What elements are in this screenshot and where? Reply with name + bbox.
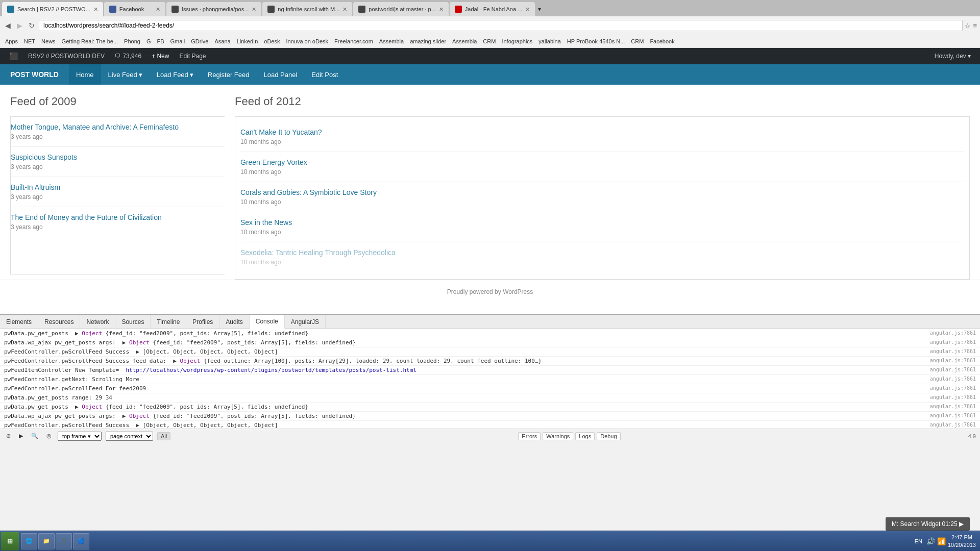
log-text: pwData.pw_get_posts ▶ Object {feed_id: "…: [4, 404, 308, 410]
tab-ng[interactable]: ng-infinite-scroll with M... ✕: [262, 2, 352, 16]
filter-logs[interactable]: Logs: [575, 432, 595, 440]
devtools-run-icon[interactable]: ▶: [17, 432, 25, 440]
address-input[interactable]: [39, 20, 963, 31]
devtools-clear-icon[interactable]: ⊘: [4, 432, 13, 440]
devtools-breakpoint-icon[interactable]: ◎: [44, 432, 54, 440]
feed-item-link[interactable]: Green Energy Vortex: [240, 158, 307, 166]
tab-close-icon[interactable]: ✕: [439, 6, 444, 13]
bookmark-phong[interactable]: Phong: [122, 38, 142, 45]
feed-item-meta: 10 months ago: [240, 168, 964, 176]
bookmark-gettingreal[interactable]: Getting Real: The be...: [60, 38, 120, 45]
bookmark-odesk[interactable]: oDesk: [262, 38, 282, 45]
address-bar-row: ◀ ▶ ↻ ☆ ≡: [0, 16, 980, 35]
more-tabs-icon[interactable]: ▾: [538, 6, 541, 13]
filter-errors[interactable]: Errors: [518, 432, 541, 440]
bookmark-crm2[interactable]: CRM: [629, 38, 646, 45]
bookmark-icon[interactable]: ☆: [965, 22, 971, 30]
feed-item: Green Energy Vortex 10 months ago: [240, 152, 964, 182]
context-selector[interactable]: top frame ▾: [58, 432, 102, 441]
bookmark-crm1[interactable]: CRM: [481, 38, 498, 45]
wp-admin-howdy[interactable]: Howdy, dev ▾: [929, 48, 976, 64]
feed-item-meta: 10 months ago: [240, 198, 964, 206]
tab-label: postworld/js at master · p...: [369, 6, 435, 12]
filter-buttons: Errors Warnings Logs Debug: [518, 432, 620, 440]
feed-item-link[interactable]: Corals and Gobies: A Symbiotic Love Stor…: [240, 188, 377, 196]
bookmark-yallabina[interactable]: yallabina: [536, 38, 562, 45]
feed-item-link[interactable]: Suspicious Sunspots: [11, 153, 77, 161]
bookmark-apps[interactable]: Apps: [3, 38, 20, 45]
devtools-tab-network[interactable]: Network: [80, 315, 115, 329]
bookmark-news[interactable]: News: [39, 38, 58, 45]
devtools-tab-angularjs[interactable]: AngularJS: [285, 315, 326, 329]
devtools-tab-console[interactable]: Console: [250, 315, 285, 329]
nav-live-feed[interactable]: Live Feed ▾: [101, 64, 150, 85]
feed-item-link[interactable]: The End of Money and the Future of Civil…: [11, 213, 162, 221]
reload-button[interactable]: ↻: [27, 20, 37, 31]
log-text: pwFeedController.pwScrollFeed For feed20…: [4, 385, 146, 392]
page-context-selector[interactable]: page context: [106, 432, 153, 441]
devtools-tab-profiles[interactable]: Profiles: [186, 315, 219, 329]
tab-issues[interactable]: Issues · phongmedia/pos... ✕: [166, 2, 261, 16]
tab-facebook[interactable]: Facebook ✕: [104, 2, 165, 16]
feed-item-link[interactable]: Built-In Altruism: [11, 183, 60, 191]
devtools-tab-resources[interactable]: Resources: [38, 315, 80, 329]
bookmark-facebook[interactable]: Facebook: [648, 38, 676, 45]
tab-bar: Search | RSV2 // POSTWO... ✕ Facebook ✕ …: [0, 0, 980, 16]
wp-admin-edit-page[interactable]: Edit Page: [174, 48, 211, 64]
bookmark-innuva[interactable]: Innuva on oDesk: [284, 38, 330, 45]
feed-item: Mother Tongue, Manatee and Archive: A Fe…: [11, 117, 225, 147]
forward-button[interactable]: ▶: [15, 20, 24, 31]
feed-item-link[interactable]: Mother Tongue, Manatee and Archive: A Fe…: [11, 123, 179, 131]
tab-close-icon[interactable]: ✕: [342, 6, 347, 13]
tab-close-icon[interactable]: ✕: [156, 6, 160, 13]
log-line: pwData.pw_get_posts range: 29 34 angular…: [0, 393, 980, 403]
feed-item-link[interactable]: Sexodelia: Tantric Healing Through Psych…: [240, 248, 396, 257]
tab-favicon: [109, 6, 116, 13]
nav-edit-post[interactable]: Edit Post: [304, 64, 345, 85]
wp-admin-new[interactable]: + New: [146, 48, 174, 64]
nav-load-panel[interactable]: Load Panel: [257, 64, 305, 85]
tab-close-icon[interactable]: ✕: [252, 6, 256, 13]
bookmark-assembla2[interactable]: Assembla: [450, 38, 479, 45]
tab-label: Search | RSV2 // POSTWO...: [17, 6, 90, 12]
tab-close-icon[interactable]: ✕: [525, 6, 530, 13]
wp-admin-site[interactable]: RSV2 // POSTWORLD DEV: [23, 48, 110, 64]
bookmark-g[interactable]: G: [144, 38, 153, 45]
devtools-tab-elements[interactable]: Elements: [0, 315, 38, 329]
filter-all[interactable]: All: [157, 432, 170, 440]
devtools-search-icon[interactable]: 🔍: [29, 432, 40, 440]
log-line: pwFeedController.pwScrollFeed Success fe…: [0, 357, 980, 366]
bookmark-hp[interactable]: HP ProBook 4540s N...: [565, 38, 627, 45]
wp-admin-comments[interactable]: 🗨 73,946: [110, 48, 146, 64]
devtools-tab-timeline[interactable]: Timeline: [151, 315, 186, 329]
nav-register-feed[interactable]: Register Feed: [201, 64, 257, 85]
filter-debug[interactable]: Debug: [597, 432, 620, 440]
bookmark-gmail[interactable]: Gmail: [168, 38, 187, 45]
bookmark-amazingslider[interactable]: amazing slider: [408, 38, 448, 45]
bookmark-gdrive[interactable]: GDrive: [189, 38, 210, 45]
feed-item-link[interactable]: Can't Make It to Yucatan?: [240, 128, 322, 136]
nav-home[interactable]: Home: [69, 64, 101, 85]
site-title[interactable]: POST WORLD: [10, 70, 69, 79]
menu-icon[interactable]: ≡: [973, 22, 977, 30]
bookmark-linkedin[interactable]: LinkedIn: [235, 38, 260, 45]
devtools-tab-sources[interactable]: Sources: [115, 315, 151, 329]
tab-postworld[interactable]: postworld/js at master · p... ✕: [353, 2, 448, 16]
bookmark-assembla1[interactable]: Assembla: [377, 38, 406, 45]
tab-close-icon[interactable]: ✕: [93, 6, 98, 13]
bookmark-fb[interactable]: FB: [155, 38, 166, 45]
filter-warnings[interactable]: Warnings: [543, 432, 573, 440]
tab-search[interactable]: Search | RSV2 // POSTWO... ✕: [2, 2, 103, 16]
feed-item-link[interactable]: Sex in the News: [240, 218, 292, 227]
tab-jadal[interactable]: Jadal - Fe Nabd Ana ... ✕: [450, 2, 535, 16]
bookmark-freelancer[interactable]: Freelancer.com: [332, 38, 375, 45]
log-link[interactable]: http://localhost/wordpress/wp-content/pl…: [126, 367, 416, 373]
back-button[interactable]: ◀: [3, 20, 13, 31]
bookmark-asana[interactable]: Asana: [212, 38, 232, 45]
bookmark-net[interactable]: NET: [22, 38, 37, 45]
nav-load-feed[interactable]: Load Feed ▾: [150, 64, 201, 85]
right-feed-scroll[interactable]: Can't Make It to Yucatan? 10 months ago …: [235, 116, 970, 280]
devtools-tab-audits[interactable]: Audits: [219, 315, 249, 329]
bookmark-infographics[interactable]: Infographics: [500, 38, 534, 45]
left-feed-scroll[interactable]: Mother Tongue, Manatee and Archive: A Fe…: [10, 116, 225, 274]
